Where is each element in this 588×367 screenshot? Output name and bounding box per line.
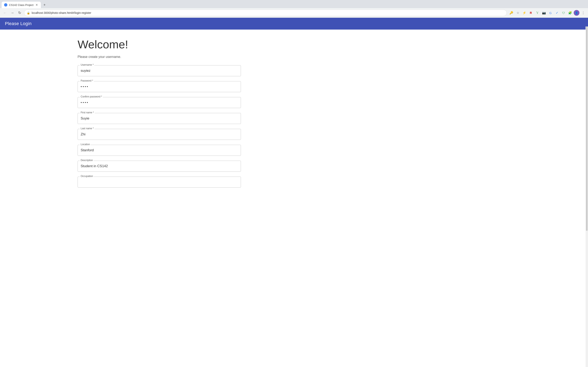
security-icon: 🔒 <box>27 11 30 15</box>
menu-button[interactable]: ⋮ <box>580 10 586 16</box>
back-button[interactable]: ← <box>2 10 8 16</box>
scrollbar-thumb[interactable] <box>586 26 588 231</box>
tab-title: CS142 Class Project <box>9 3 34 7</box>
reload-button[interactable]: ↻ <box>17 10 22 16</box>
description-field-wrapper: Description <box>78 161 241 172</box>
occupation-field-wrapper: Occupation <box>78 176 241 188</box>
first-name-input[interactable] <box>78 113 241 124</box>
browser-tab[interactable]: CS142 Class Project ✕ <box>2 2 41 8</box>
toolbar-icons: 🔑 ☆ ⚡ R 𝕐 📷 G ✓ 🛡 🧩 👤 ⋮ <box>508 10 586 16</box>
tab-bar: CS142 Class Project ✕ + <box>0 0 588 8</box>
bookmark-icon[interactable]: ☆ <box>515 10 521 16</box>
form-subtitle: Please create your username. <box>78 55 241 59</box>
profile-icon[interactable]: 👤 <box>574 10 579 16</box>
welcome-title: Welcome! <box>78 38 241 51</box>
app-header-title: Please Login <box>5 21 32 26</box>
url-display: localhost:3000/photo-share.html#/login-r… <box>32 11 504 15</box>
password-input[interactable] <box>78 81 241 92</box>
extension-icon-1[interactable]: ⚡ <box>521 10 527 16</box>
extension-icon-3[interactable]: 𝕐 <box>535 10 540 16</box>
first-name-label: First name * <box>80 111 95 114</box>
main-content: Welcome! Please create your username. Us… <box>0 30 588 367</box>
occupation-label: Occupation <box>80 175 94 178</box>
scrollbar[interactable] <box>586 26 588 367</box>
password-field-wrapper: Password * <box>78 81 241 92</box>
extensions-button[interactable]: 🧩 <box>567 10 573 16</box>
camera-icon[interactable]: 📷 <box>541 10 547 16</box>
extension-icon-2[interactable]: R <box>528 10 534 16</box>
close-tab-button[interactable]: ✕ <box>35 3 38 7</box>
new-tab-button[interactable]: + <box>42 2 47 8</box>
confirm-password-input[interactable] <box>78 97 241 108</box>
last-name-input[interactable] <box>78 129 241 140</box>
form-area: Welcome! Please create your username. Us… <box>67 30 251 367</box>
app-header: Please Login <box>0 18 588 30</box>
last-name-label: Last name * <box>80 127 95 130</box>
confirm-password-field-wrapper: Confirm password * <box>78 97 241 108</box>
extension-icon-5[interactable]: ✓ <box>554 10 560 16</box>
last-name-field-wrapper: Last name * <box>78 129 241 140</box>
username-input[interactable] <box>78 66 241 76</box>
location-field-wrapper: Location <box>78 145 241 156</box>
location-input[interactable] <box>78 145 241 156</box>
extension-icon-6[interactable]: 🛡 <box>561 10 566 16</box>
left-sidebar <box>0 30 67 367</box>
forward-button[interactable]: → <box>9 10 15 16</box>
extension-icon-4[interactable]: G <box>548 10 553 16</box>
occupation-input[interactable] <box>78 177 241 187</box>
username-label: Username * <box>80 63 94 66</box>
first-name-field-wrapper: First name * <box>78 113 241 124</box>
username-field-wrapper: Username * <box>78 65 241 76</box>
key-icon[interactable]: 🔑 <box>508 10 514 16</box>
address-bar[interactable]: 🔒 localhost:3000/photo-share.html#/login… <box>24 9 507 16</box>
browser-chrome: CS142 Class Project ✕ + ← → ↻ 🔒 localhos… <box>0 0 588 18</box>
password-label: Password * <box>80 79 94 82</box>
confirm-password-label: Confirm password * <box>80 95 103 98</box>
description-input[interactable] <box>78 161 241 171</box>
browser-toolbar: ← → ↻ 🔒 localhost:3000/photo-share.html#… <box>0 8 588 17</box>
location-label: Location <box>80 143 91 146</box>
description-label: Description <box>80 159 94 162</box>
tab-favicon <box>4 3 7 7</box>
